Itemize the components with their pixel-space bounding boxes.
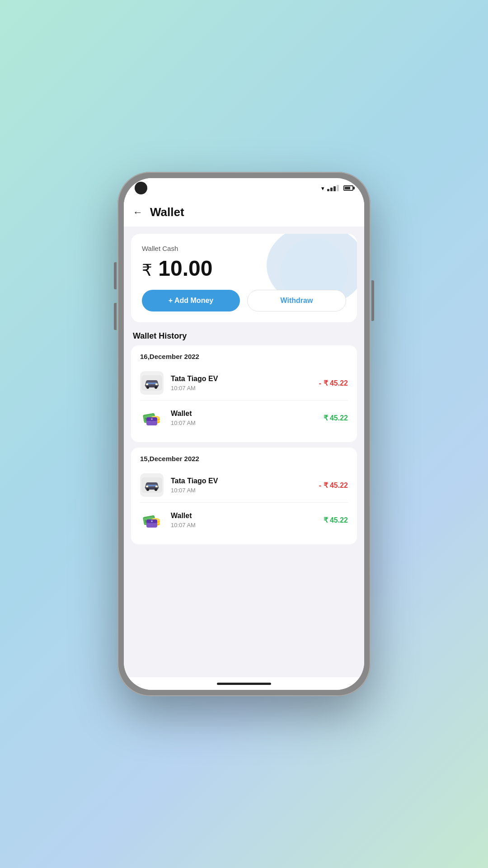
- battery-icon: [343, 185, 353, 191]
- history-name-car-1: Tata Tiago EV: [171, 375, 312, 383]
- svg-point-2: [146, 386, 149, 389]
- svg-rect-20: [146, 486, 148, 487]
- history-info-car-2: Tata Tiago EV 10:07 AM: [171, 477, 312, 494]
- status-bar: ▾: [124, 178, 364, 198]
- add-money-button[interactable]: + Add Money: [142, 290, 240, 311]
- volume-down-button: [114, 303, 117, 330]
- history-info-car-1: Tata Tiago EV 10:07 AM: [171, 375, 312, 392]
- history-amount-wallet-1: ₹ 45.22: [324, 414, 348, 422]
- car-icon-2: [140, 473, 164, 497]
- history-group-1: 16,December 2022: [131, 345, 357, 442]
- page-title: Wallet: [150, 205, 184, 219]
- withdraw-button[interactable]: Withdraw: [247, 290, 346, 311]
- history-time-wallet-2: 10:07 AM: [171, 522, 316, 528]
- currency-symbol: ₹: [142, 261, 152, 279]
- wallet-cash-label: Wallet Cash: [142, 245, 346, 252]
- history-date-1: 16,December 2022: [131, 353, 357, 366]
- history-time-car-1: 10:07 AM: [171, 385, 312, 392]
- svg-rect-5: [155, 383, 158, 385]
- wifi-icon: ▾: [321, 185, 324, 192]
- history-amount-wallet-2: ₹ 45.22: [324, 516, 348, 524]
- history-time-wallet-1: 10:07 AM: [171, 420, 316, 426]
- history-info-wallet-2: Wallet 10:07 AM: [171, 512, 316, 528]
- wallet-history-heading: Wallet History: [124, 322, 364, 345]
- svg-rect-21: [155, 486, 158, 487]
- power-button: [371, 280, 374, 321]
- phone-screen: ▾ ← Wallet: [124, 178, 364, 690]
- history-item-car-2[interactable]: Tata Tiago EV 10:07 AM - ₹ 45.22: [131, 468, 357, 502]
- history-item-car-1[interactable]: Tata Tiago EV 10:07 AM - ₹ 45.22: [131, 366, 357, 400]
- history-item-wallet-1[interactable]: $ Wallet: [131, 401, 357, 435]
- status-right: ▾: [321, 185, 353, 192]
- history-info-wallet-1: Wallet 10:07 AM: [171, 410, 316, 426]
- car-icon: [140, 371, 164, 395]
- back-button[interactable]: ←: [133, 207, 143, 218]
- history-amount-car-2: - ₹ 45.22: [319, 481, 348, 490]
- history-time-car-2: 10:07 AM: [171, 487, 312, 494]
- svg-rect-4: [146, 383, 148, 385]
- wallet-actions: + Add Money Withdraw: [142, 290, 346, 311]
- app-content: ← Wallet Wallet Cash ₹ 10.00 + Add Money…: [124, 198, 364, 677]
- wallet-history-icon: $: [140, 406, 164, 429]
- svg-point-18: [146, 488, 149, 491]
- amount-value: 10.00: [158, 256, 212, 280]
- history-item-wallet-2[interactable]: $ Wallet 10:07 AM: [131, 503, 357, 537]
- history-group-2: 15,December 2022: [131, 448, 357, 544]
- wallet-card: Wallet Cash ₹ 10.00 + Add Money Withdraw: [131, 234, 357, 322]
- svg-point-15: [151, 418, 153, 420]
- volume-up-button: [114, 262, 117, 289]
- signal-icon: [327, 185, 339, 191]
- phone-frame: ▾ ← Wallet: [117, 172, 371, 696]
- status-left: [135, 182, 162, 194]
- svg-point-31: [151, 520, 153, 522]
- wallet-history-icon-2: $: [140, 508, 164, 532]
- camera-notch: [135, 182, 147, 194]
- wallet-amount: ₹ 10.00: [142, 256, 346, 281]
- history-amount-car-1: - ₹ 45.22: [319, 379, 348, 387]
- svg-point-19: [155, 488, 157, 491]
- svg-point-3: [155, 386, 157, 389]
- page-header: ← Wallet: [124, 198, 364, 226]
- home-indicator: [217, 683, 271, 685]
- history-name-wallet-1: Wallet: [171, 410, 316, 418]
- history-name-car-2: Tata Tiago EV: [171, 477, 312, 485]
- bottom-indicator: [124, 677, 364, 690]
- history-name-wallet-2: Wallet: [171, 512, 316, 520]
- history-date-2: 15,December 2022: [131, 455, 357, 468]
